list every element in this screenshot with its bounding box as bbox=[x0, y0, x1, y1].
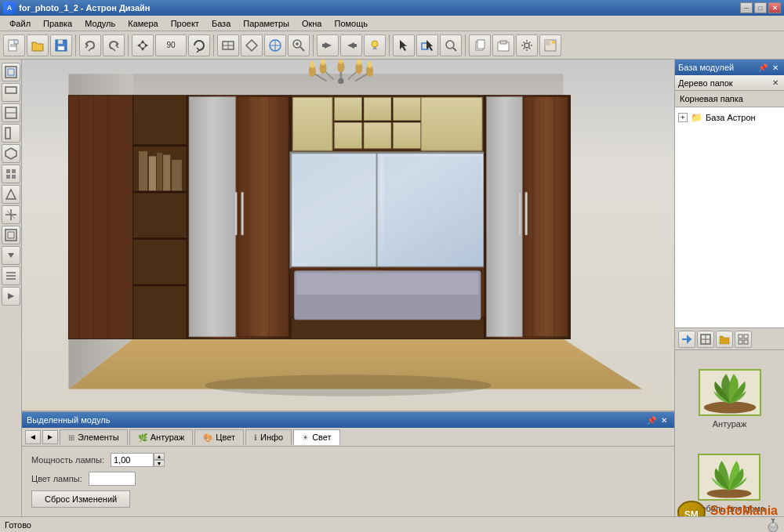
undo-button[interactable] bbox=[79, 34, 101, 56]
paste-button[interactable] bbox=[492, 34, 514, 56]
tree-item-base[interactable]: + 📁 База Астрон bbox=[678, 110, 781, 125]
lt-view-btn-6[interactable] bbox=[2, 165, 20, 183]
select-button[interactable] bbox=[416, 34, 438, 56]
right-panel-close[interactable]: ✕ bbox=[770, 62, 781, 73]
lamp-button[interactable] bbox=[364, 34, 386, 56]
right-panel-titlebar: База модулей 📌 ✕ bbox=[675, 60, 784, 75]
svg-point-122 bbox=[338, 78, 343, 84]
new-button[interactable] bbox=[3, 34, 25, 56]
tree-close-button[interactable]: ✕ bbox=[770, 78, 781, 89]
lt-arrow-right[interactable] bbox=[2, 287, 20, 306]
tab-next-button[interactable]: ► bbox=[42, 430, 58, 444]
wall-button[interactable] bbox=[217, 34, 239, 56]
svg-line-30 bbox=[453, 48, 456, 51]
bottom-panel-pin[interactable]: 📌 bbox=[646, 414, 657, 425]
tab-prev-button[interactable]: ◄ bbox=[25, 430, 41, 444]
tree-expand-icon[interactable]: + bbox=[678, 113, 688, 122]
svg-line-156 bbox=[773, 519, 775, 520]
right-panel: База модулей 📌 ✕ Дерево папок ✕ Корневая… bbox=[674, 60, 784, 532]
thumb-folder-button[interactable] bbox=[716, 331, 733, 348]
lt-view-btn-5[interactable] bbox=[2, 144, 20, 163]
lamp-power-input[interactable] bbox=[111, 453, 154, 467]
menu-params[interactable]: Параметры bbox=[237, 17, 296, 30]
redo-button[interactable] bbox=[103, 34, 125, 56]
spin-down-button[interactable]: ▼ bbox=[154, 460, 165, 467]
svg-point-153 bbox=[770, 523, 776, 527]
left-toolbar bbox=[0, 60, 22, 532]
anturazh-thumbnail bbox=[699, 369, 761, 416]
status-spinner bbox=[765, 516, 781, 532]
bottom-panel-close[interactable]: ✕ bbox=[659, 414, 670, 425]
reset-button[interactable]: Сброс Изменений bbox=[31, 490, 130, 508]
tab-color[interactable]: 🎨 Цвет bbox=[194, 429, 244, 445]
svg-rect-39 bbox=[5, 67, 16, 78]
move-button[interactable] bbox=[132, 34, 154, 56]
anturazh-icon: 🌿 bbox=[138, 433, 147, 442]
thumb-grid-button[interactable] bbox=[735, 331, 752, 348]
menu-help[interactable]: Помощь bbox=[328, 17, 374, 30]
bottom-panel-titlebar: Выделенный модуль 📌 ✕ bbox=[22, 412, 674, 428]
menu-base[interactable]: База bbox=[205, 17, 237, 30]
lamp-color-swatch[interactable] bbox=[89, 472, 136, 486]
maximize-button[interactable]: □ bbox=[754, 2, 767, 13]
copy-button[interactable] bbox=[469, 34, 491, 56]
menu-windows[interactable]: Окна bbox=[296, 17, 328, 30]
lamp-power-row: Мощность лампы: ▲ ▼ bbox=[31, 453, 665, 467]
close-button[interactable]: ✕ bbox=[768, 2, 781, 13]
angle-input[interactable]: 90 bbox=[155, 34, 187, 56]
lt-view-btn-7[interactable] bbox=[2, 185, 20, 204]
svg-rect-67 bbox=[68, 96, 132, 339]
tab-elements[interactable]: ⊞ Элементы bbox=[60, 429, 128, 445]
minimize-button[interactable]: ─ bbox=[740, 2, 753, 13]
svg-rect-37 bbox=[545, 40, 550, 45]
svg-rect-145 bbox=[744, 335, 748, 338]
lt-view-btn-3[interactable] bbox=[2, 103, 20, 122]
lt-view-btn-1[interactable] bbox=[2, 63, 20, 81]
svg-rect-47 bbox=[12, 169, 16, 173]
zoom-button[interactable] bbox=[288, 34, 310, 56]
color-icon: 🎨 bbox=[203, 433, 212, 442]
svg-marker-50 bbox=[6, 190, 16, 199]
svg-rect-81 bbox=[172, 160, 182, 190]
tab-light[interactable]: ☀ Свет bbox=[293, 429, 339, 445]
tab-anturazh[interactable]: 🌿 Антураж bbox=[129, 429, 194, 445]
settings-button[interactable] bbox=[516, 34, 538, 56]
rotate-button[interactable] bbox=[188, 34, 210, 56]
right-panel-title-text: База модулей bbox=[678, 63, 734, 72]
lt-view-btn-8[interactable] bbox=[2, 205, 20, 224]
lt-view-btn-4[interactable] bbox=[2, 124, 20, 143]
menu-camera[interactable]: Камера bbox=[122, 17, 164, 30]
thumb-view-button[interactable] bbox=[697, 331, 714, 348]
thumb-add-button[interactable] bbox=[678, 331, 695, 348]
navigate-button[interactable] bbox=[264, 34, 286, 56]
open-button[interactable] bbox=[27, 34, 49, 56]
menu-edit[interactable]: Правка bbox=[37, 17, 78, 30]
svg-rect-5 bbox=[58, 46, 64, 50]
spin-up-button[interactable]: ▲ bbox=[154, 453, 165, 460]
svg-point-23 bbox=[372, 41, 378, 47]
save-button[interactable] bbox=[50, 34, 72, 56]
menu-project[interactable]: Проект bbox=[165, 17, 205, 30]
svg-rect-22 bbox=[354, 44, 357, 47]
next-nav-button[interactable] bbox=[340, 34, 362, 56]
render-button[interactable] bbox=[539, 34, 561, 56]
floor-button[interactable] bbox=[241, 34, 263, 56]
svg-rect-55 bbox=[8, 232, 14, 238]
lt-down-arrow[interactable] bbox=[2, 246, 20, 265]
right-panel-pin[interactable]: 📌 bbox=[757, 62, 768, 73]
svg-rect-94 bbox=[335, 97, 362, 120]
menu-file[interactable]: Файл bbox=[3, 17, 37, 30]
bottom-tabs: ◄ ► ⊞ Элементы 🌿 Антураж 🎨 Цвет ℹ Инфо bbox=[22, 428, 674, 447]
tab-info[interactable]: ℹ Инфо bbox=[245, 429, 292, 445]
svg-line-7 bbox=[113, 49, 115, 51]
viewport[interactable] bbox=[22, 60, 674, 411]
thumb-anturazh[interactable]: Антураж bbox=[699, 369, 761, 429]
lt-view-btn-9[interactable] bbox=[2, 226, 20, 244]
lt-view-btn-2[interactable] bbox=[2, 83, 20, 102]
cursor-button[interactable] bbox=[393, 34, 415, 56]
lt-list-btn[interactable] bbox=[2, 266, 20, 285]
svg-rect-98 bbox=[364, 122, 391, 148]
zoom-all-button[interactable] bbox=[440, 34, 462, 56]
prev-nav-button[interactable] bbox=[317, 34, 339, 56]
menu-module[interactable]: Модуль bbox=[78, 17, 122, 30]
